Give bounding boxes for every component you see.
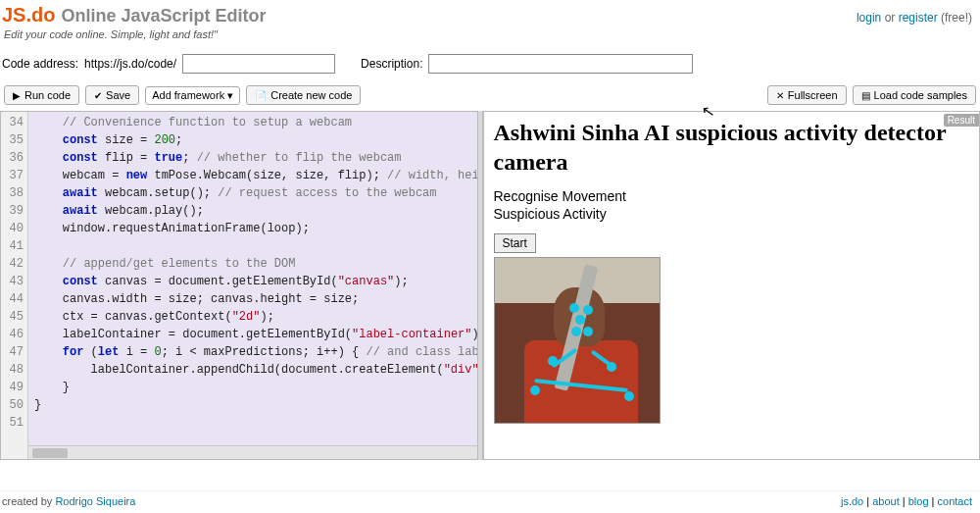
fullscreen-label: Fullscreen <box>788 89 838 101</box>
toolbar: ▶Run code ✔Save Add framework 📄Create ne… <box>0 83 980 111</box>
list-icon: ▤ <box>861 90 870 101</box>
result-badge: Result <box>944 114 979 127</box>
fullscreen-button[interactable]: ✕Fullscreen <box>767 85 847 105</box>
scrollbar-thumb[interactable] <box>32 448 68 458</box>
code-area[interactable]: // Convenience function to setup a webca… <box>28 112 477 459</box>
code-editor[interactable]: 343536373839404142434445464748495051 // … <box>0 111 477 460</box>
loadsamples-label: Load code samples <box>874 89 967 101</box>
webcam-canvas <box>494 257 661 424</box>
check-icon: ✔ <box>94 90 102 101</box>
author-link[interactable]: Rodrigo Siqueira <box>55 495 135 507</box>
editor-scrollbar[interactable] <box>28 445 477 459</box>
footer-link-about[interactable]: about <box>872 495 900 507</box>
footer: created by Rodrigo Siqueira js.do | abou… <box>0 490 980 513</box>
logo-tagline: Online JavaScript Editor <box>61 6 266 26</box>
new-code-button[interactable]: 📄Create new code <box>246 85 361 105</box>
doc-icon: 📄 <box>255 90 267 101</box>
output-title: Ashwini Sinha AI suspicious activity det… <box>494 118 970 177</box>
label-1: Recognise Movement <box>494 188 970 204</box>
load-samples-button[interactable]: ▤Load code samples <box>853 85 976 105</box>
label-2: Suspicious Activity <box>494 206 970 222</box>
play-icon: ▶ <box>13 90 21 101</box>
panes: 343536373839404142434445464748495051 // … <box>0 111 980 460</box>
start-button[interactable]: Start <box>494 233 536 253</box>
footer-links: js.do | about | blog | contact <box>841 495 972 507</box>
newcode-label: Create new code <box>270 89 352 101</box>
free-text: (free!) <box>938 11 972 25</box>
run-label: Run code <box>24 89 71 101</box>
address-row: Code address: https://js.do/code/ Descri… <box>0 50 980 83</box>
framework-select[interactable]: Add framework <box>145 86 240 105</box>
description-input[interactable] <box>428 54 693 74</box>
save-button[interactable]: ✔Save <box>85 85 139 105</box>
login-area: login or register (free!) <box>857 11 972 25</box>
register-link[interactable]: register <box>899 11 938 25</box>
or-text: or <box>881 11 898 25</box>
login-link[interactable]: login <box>857 11 881 25</box>
logo[interactable]: JS.do <box>2 4 55 26</box>
code-address-input[interactable] <box>182 54 335 74</box>
footer-link-js.do[interactable]: js.do <box>841 495 863 507</box>
description-label: Description: <box>361 57 422 71</box>
output-pane: Result Ashwini Sinha AI suspicious activ… <box>483 111 981 460</box>
code-address-prefix: https://js.do/code/ <box>84 57 176 71</box>
footer-link-blog[interactable]: blog <box>908 495 929 507</box>
header: JS.do Online JavaScript Editor login or … <box>0 0 980 50</box>
label-container: Recognise Movement Suspicious Activity <box>494 188 970 222</box>
run-button[interactable]: ▶Run code <box>4 85 79 105</box>
sub-tagline: Edit your code online. Simple, light and… <box>2 26 972 48</box>
line-gutter: 343536373839404142434445464748495051 <box>1 112 28 459</box>
save-label: Save <box>106 89 130 101</box>
expand-icon: ✕ <box>776 90 784 101</box>
code-address-label: Code address: <box>2 57 78 71</box>
created-by-label: created by <box>2 495 55 507</box>
footer-link-contact[interactable]: contact <box>938 495 972 507</box>
